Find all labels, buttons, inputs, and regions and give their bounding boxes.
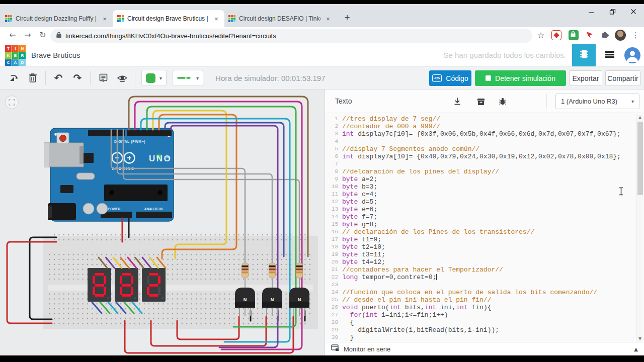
components-mode-button[interactable] (572, 44, 596, 66)
code-line[interactable]: 12byte d=5; (325, 198, 644, 206)
user-avatar[interactable] (624, 47, 640, 63)
tab-close-icon[interactable]: × (101, 15, 109, 23)
code-line[interactable]: 29 digitalWrite(i,bitRead(bits,i-ini)); (325, 326, 644, 334)
close-button[interactable] (623, 4, 644, 19)
digital-header[interactable] (127, 130, 172, 136)
code-line[interactable]: 11byte c=4; (325, 191, 644, 198)
code-line[interactable]: 23 (325, 281, 644, 289)
browser-menu-icon[interactable]: ⋮ (629, 29, 642, 42)
color-picker-dropdown[interactable]: ▾ (141, 70, 167, 86)
minimize-button[interactable] (581, 4, 602, 19)
code-line[interactable]: 14byte f=7; (325, 213, 644, 221)
scroll-down-icon[interactable]: ▼ (637, 336, 643, 341)
list-view-button[interactable] (599, 44, 621, 66)
code-line[interactable]: 10byte b=3; (325, 183, 644, 191)
forward-button[interactable]: → (21, 29, 34, 42)
code-line[interactable]: 19byte t3=11; (325, 251, 644, 258)
code-line[interactable]: 16// declaración de los Pines de los tra… (325, 228, 644, 236)
expand-monitor-icon[interactable]: ▲ (634, 346, 638, 352)
share-button[interactable]: Compartir (605, 70, 640, 86)
serial-monitor-bar[interactable]: Monitor en serie ▲ (325, 342, 644, 355)
breadboard[interactable] (43, 232, 318, 329)
code-line[interactable]: 25// desde el pin ini hasta el pin fin// (325, 296, 644, 304)
code-line[interactable]: 21//contadores para hacer el Temporizado… (325, 266, 644, 274)
scrollbar-thumb[interactable] (637, 122, 643, 195)
wire-style-dropdown[interactable]: ▾ (173, 70, 203, 86)
download-icon (453, 97, 461, 106)
code-line[interactable]: 18byte t2=10; (325, 243, 644, 251)
rotate-button[interactable] (4, 69, 23, 86)
reload-button[interactable]: ↻ (36, 29, 49, 42)
code-line[interactable]: 3int display7c[10]= {0x3f,0x06,0x5b,0x4f… (325, 130, 644, 138)
restore-button[interactable] (602, 4, 623, 19)
code-line[interactable]: 1//tres display de 7 seg// (325, 115, 644, 123)
letterbox-top (0, 0, 644, 4)
code-line[interactable]: 26void puerto(int bits,int ini,int fin){ (325, 304, 644, 311)
zoom-to-fit-button[interactable] (5, 96, 19, 109)
extension-icon[interactable] (551, 30, 561, 40)
code-mode-select[interactable]: Texto (335, 89, 352, 113)
code-line[interactable]: 20byte t4=12; (325, 258, 644, 266)
extensions-puzzle-icon[interactable] (601, 30, 611, 40)
code-line[interactable]: 2//contador de 000 a 999// (325, 123, 644, 130)
board-selector-dropdown[interactable]: 1 (Arduino Uno R3) ▾ (555, 94, 639, 109)
download-code-button[interactable] (449, 94, 466, 109)
tab-close-icon[interactable]: × (212, 15, 220, 23)
code-line[interactable]: 27 for(int i=ini;i<=fin;i++) (325, 311, 644, 319)
code-line[interactable]: 28 { (325, 319, 644, 326)
arduino-uno-board[interactable]: DIGITAL (PWM~) UNO ARDUINO ON POWER ANAL… (44, 128, 174, 221)
libraries-button[interactable] (472, 94, 490, 109)
code-line[interactable]: 30 } (325, 334, 644, 341)
code-line[interactable]: 5//display 7 Segmentos anodo común// (325, 145, 644, 153)
line-number: 26 (325, 304, 342, 311)
back-button[interactable]: ← (6, 29, 19, 42)
code-line[interactable]: 8//delcaración de los pines del display/… (325, 168, 644, 175)
code-scrollbar[interactable]: ▲ ▼ (636, 114, 643, 342)
bookmark-star-icon[interactable]: ☆ (534, 29, 547, 42)
design-title[interactable]: Brave Bruticus (31, 44, 80, 66)
extension-flag-icon[interactable] (585, 30, 595, 40)
address-bar[interactable]: tinkercad.com/things/8KHvC0xf4Ou-brave-b… (50, 29, 532, 43)
line-number: 14 (325, 213, 342, 221)
new-tab-button[interactable]: + (340, 11, 354, 25)
reset-button[interactable] (60, 135, 66, 142)
code-button[interactable]: </> Código (429, 70, 471, 86)
export-button[interactable]: Exportar (569, 70, 602, 86)
browser-tab[interactable]: Circuit design Dazzling Fulffy | Ti × (1, 10, 113, 27)
notes-button[interactable] (94, 69, 113, 86)
visibility-button[interactable] (113, 69, 132, 86)
analog-header[interactable] (136, 212, 172, 218)
line-number: 27 (325, 311, 342, 319)
digital-header[interactable] (88, 130, 125, 136)
redo-icon: ↷ (73, 73, 82, 83)
code-editor[interactable]: 1//tres display de 7 seg//2//contador de… (325, 113, 644, 342)
delete-button[interactable] (23, 69, 42, 86)
seven-segment-display[interactable] (142, 268, 166, 302)
circuit-canvas[interactable]: DIGITAL (PWM~) UNO ARDUINO ON POWER ANAL… (0, 89, 325, 355)
browser-tab-active[interactable]: Circuit design Brave Bruticus | Ti × (113, 10, 224, 27)
seven-segment-display[interactable] (115, 268, 138, 302)
extension-bag-icon[interactable] (569, 30, 579, 40)
tinkercad-favicon-icon (117, 15, 124, 22)
code-line[interactable]: 24//función que coloca en el puerto de s… (325, 289, 644, 296)
browser-tab[interactable]: Circuit design DESAFIO | Tinkerc × (224, 10, 336, 27)
chevron-down-icon: ▾ (159, 75, 162, 81)
code-line[interactable]: 17byte t1=9; (325, 236, 644, 243)
code-line[interactable]: 15byte g=8; (325, 221, 644, 228)
stop-simulation-button[interactable]: Detener simulación (475, 70, 566, 86)
browser-tab-strip: Circuit design Dazzling Fulffy | Ti × Ci… (0, 4, 644, 27)
code-line[interactable]: 6int display7a[10]= {0x40,0x79,0x24,0x30… (325, 153, 644, 160)
code-line[interactable]: 9byte a=2; (325, 175, 644, 183)
scroll-up-icon[interactable]: ▲ (637, 115, 643, 120)
tab-close-icon[interactable]: × (324, 15, 332, 23)
code-line[interactable]: 13byte e=6; (325, 206, 644, 213)
redo-button[interactable]: ↷ (68, 69, 87, 86)
tinkercad-logo[interactable]: T I N K E R C A D (5, 45, 26, 66)
code-line[interactable]: 7 (325, 160, 644, 168)
browser-profile-avatar[interactable] (615, 30, 626, 41)
undo-button[interactable]: ↶ (49, 69, 68, 86)
code-line[interactable]: 4 (325, 138, 644, 145)
seven-segment-display[interactable] (88, 268, 111, 302)
code-line[interactable]: 22long tempor=0,contret=0; (325, 274, 644, 281)
debug-button[interactable] (494, 94, 511, 109)
